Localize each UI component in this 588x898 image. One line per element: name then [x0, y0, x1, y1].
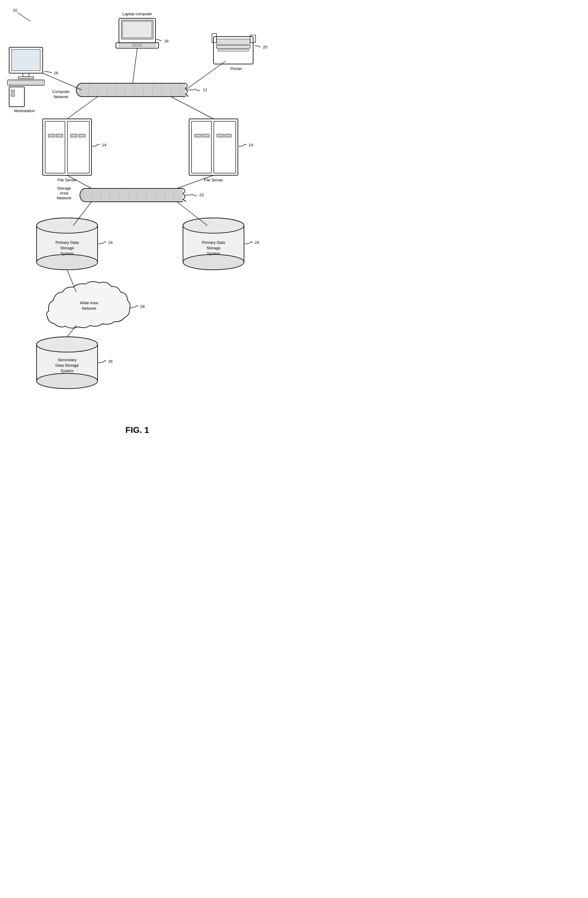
svg-rect-40 — [43, 119, 91, 175]
san-label1: Storage — [57, 186, 71, 191]
svg-rect-52 — [217, 134, 223, 137]
primary-left-label1: Primary Data — [55, 240, 79, 245]
svg-rect-57 — [85, 188, 183, 202]
svg-rect-50 — [195, 134, 201, 137]
svg-rect-46 — [79, 134, 85, 137]
secondary-label1: Secondary — [58, 358, 77, 362]
svg-line-39 — [185, 61, 226, 90]
svg-rect-51 — [203, 134, 209, 137]
primary-left-ref: 24 — [108, 240, 112, 245]
svg-rect-6 — [133, 44, 142, 46]
svg-rect-42 — [68, 121, 89, 173]
primary-right-label2: Storage — [206, 246, 220, 250]
svg-rect-16 — [18, 77, 34, 78]
svg-rect-8 — [217, 46, 250, 48]
svg-rect-49 — [214, 121, 236, 173]
svg-rect-14 — [12, 49, 40, 71]
workstation-ref: 16 — [54, 71, 58, 75]
svg-rect-44 — [56, 134, 63, 137]
computer-network-label2: Network — [54, 94, 68, 99]
fig-label: FIG. 1 — [125, 425, 149, 435]
file-server-left-ref: 14 — [102, 143, 106, 147]
svg-line-54 — [67, 97, 98, 119]
svg-rect-48 — [191, 121, 211, 173]
primary-right-label3: System — [207, 251, 220, 256]
secondary-ref: 26 — [108, 359, 112, 364]
svg-point-77 — [37, 218, 98, 233]
svg-rect-41 — [45, 121, 65, 173]
svg-line-38 — [133, 48, 137, 83]
svg-point-83 — [183, 218, 244, 233]
san-label3: Network — [57, 196, 71, 200]
wan-label1: Wide Area — [80, 301, 99, 305]
secondary-label2: Data Storage — [55, 363, 79, 368]
svg-rect-47 — [189, 119, 238, 175]
storage-area-network-ref: 22 — [199, 193, 204, 197]
svg-line-0 — [18, 13, 31, 22]
workstation-label: Workstation — [14, 109, 35, 113]
wan-ref: 28 — [140, 304, 145, 309]
patent-diagram: text { font-family: Arial, sans-serif; }… — [0, 0, 294, 449]
computer-network-ref: 12 — [203, 88, 207, 92]
svg-rect-15 — [23, 73, 29, 77]
primary-right-ref: 24 — [255, 240, 259, 245]
svg-line-55 — [171, 97, 214, 119]
printer-label: Printer — [231, 66, 242, 71]
svg-rect-45 — [71, 134, 77, 137]
svg-rect-10 — [217, 39, 250, 45]
svg-rect-18 — [9, 81, 43, 85]
laptop-ref: 18 — [164, 39, 168, 43]
svg-point-82 — [183, 255, 244, 270]
svg-line-37 — [43, 73, 82, 90]
svg-rect-21 — [11, 94, 15, 96]
wan-label2: Network — [82, 306, 96, 311]
svg-rect-3 — [123, 22, 152, 38]
laptop-label: Laptop computer — [122, 12, 152, 16]
svg-rect-9 — [218, 49, 249, 51]
computer-network-label: Computer — [52, 89, 70, 94]
svg-point-92 — [37, 337, 98, 352]
primary-left-label3: System — [60, 251, 74, 256]
svg-rect-23 — [82, 83, 185, 97]
printer-ref: 20 — [263, 45, 267, 49]
file-server-left-label: File Server — [58, 178, 77, 182]
svg-rect-43 — [48, 134, 55, 137]
primary-right-label1: Primary Data — [202, 240, 225, 245]
primary-left-label2: Storage — [60, 246, 74, 250]
svg-point-76 — [37, 255, 98, 270]
figure-ref-10: 10 — [13, 8, 17, 12]
file-server-right-label: File Server — [204, 178, 223, 182]
svg-rect-11 — [212, 34, 217, 43]
svg-point-91 — [37, 374, 98, 389]
svg-rect-20 — [11, 90, 15, 92]
file-server-right-ref: 14 — [249, 143, 253, 147]
svg-rect-53 — [225, 134, 231, 137]
san-label2: Area — [60, 191, 68, 195]
secondary-label3: System — [60, 369, 74, 373]
